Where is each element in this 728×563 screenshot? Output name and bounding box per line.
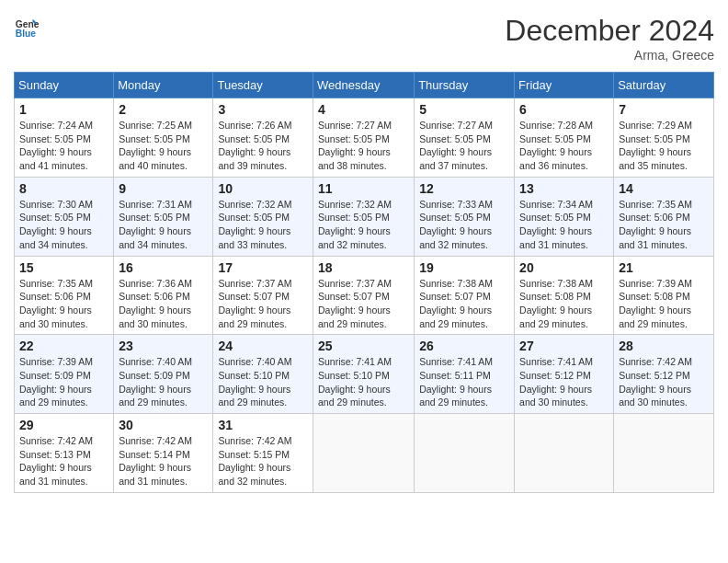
day-number: 8 — [19, 181, 108, 196]
weekday-header-row: Sunday Monday Tuesday Wednesday Thursday… — [15, 73, 714, 98]
day-number: 29 — [19, 418, 108, 432]
day-info: Sunrise: 7:35 AMSunset: 5:06 PMDaylight:… — [619, 199, 692, 250]
day-number: 23 — [119, 339, 208, 353]
day-info: Sunrise: 7:40 AMSunset: 5:10 PMDaylight:… — [218, 356, 291, 408]
table-row: 30 Sunrise: 7:42 AMSunset: 5:14 PMDaylig… — [114, 414, 213, 493]
day-number: 1 — [19, 102, 108, 117]
day-info: Sunrise: 7:24 AMSunset: 5:05 PMDaylight:… — [19, 120, 93, 171]
day-info: Sunrise: 7:39 AMSunset: 5:09 PMDaylight:… — [19, 356, 93, 408]
header-thursday: Thursday — [415, 73, 515, 98]
day-info: Sunrise: 7:42 AMSunset: 5:14 PMDaylight:… — [119, 435, 192, 487]
table-row: 1 Sunrise: 7:24 AMSunset: 5:05 PMDayligh… — [15, 98, 114, 178]
day-info: Sunrise: 7:37 AMSunset: 5:07 PMDaylight:… — [318, 278, 392, 329]
day-number: 27 — [519, 339, 609, 353]
day-number: 19 — [419, 260, 509, 275]
day-number: 30 — [119, 418, 208, 432]
day-info: Sunrise: 7:29 AMSunset: 5:05 PMDaylight:… — [619, 120, 692, 171]
day-number: 10 — [218, 181, 308, 196]
svg-text:Blue: Blue — [16, 29, 37, 39]
header-friday: Friday — [515, 73, 614, 98]
day-number: 7 — [619, 102, 709, 117]
table-row: 2 Sunrise: 7:25 AMSunset: 5:05 PMDayligh… — [114, 98, 213, 178]
day-info: Sunrise: 7:25 AMSunset: 5:05 PMDaylight:… — [119, 120, 192, 171]
day-info: Sunrise: 7:42 AMSunset: 5:15 PMDaylight:… — [218, 435, 291, 487]
day-number: 2 — [119, 102, 208, 117]
day-number: 15 — [19, 260, 108, 275]
day-info: Sunrise: 7:40 AMSunset: 5:09 PMDaylight:… — [119, 356, 192, 408]
day-number: 25 — [318, 339, 409, 353]
day-number: 26 — [419, 339, 509, 353]
table-row: 25 Sunrise: 7:41 AMSunset: 5:10 PMDaylig… — [313, 335, 415, 414]
day-info: Sunrise: 7:35 AMSunset: 5:06 PMDaylight:… — [19, 278, 93, 329]
month-title: December 2024 — [505, 14, 714, 48]
table-row: 24 Sunrise: 7:40 AMSunset: 5:10 PMDaylig… — [213, 335, 313, 414]
day-info: Sunrise: 7:41 AMSunset: 5:12 PMDaylight:… — [519, 356, 593, 408]
day-info: Sunrise: 7:38 AMSunset: 5:08 PMDaylight:… — [519, 278, 593, 329]
day-number: 5 — [419, 102, 509, 117]
table-row: 3 Sunrise: 7:26 AMSunset: 5:05 PMDayligh… — [213, 98, 313, 178]
header-tuesday: Tuesday — [213, 73, 313, 98]
day-info: Sunrise: 7:42 AMSunset: 5:12 PMDaylight:… — [619, 356, 692, 408]
table-row: 5 Sunrise: 7:27 AMSunset: 5:05 PMDayligh… — [415, 98, 515, 178]
day-info: Sunrise: 7:26 AMSunset: 5:05 PMDaylight:… — [218, 120, 291, 171]
day-info: Sunrise: 7:36 AMSunset: 5:06 PMDaylight:… — [119, 278, 192, 329]
main-container: General Blue December 2024 Arma, Greece … — [0, 0, 728, 502]
table-row: 4 Sunrise: 7:27 AMSunset: 5:05 PMDayligh… — [313, 98, 415, 178]
day-info: Sunrise: 7:32 AMSunset: 5:05 PMDaylight:… — [318, 199, 392, 250]
table-row: 29 Sunrise: 7:42 AMSunset: 5:13 PMDaylig… — [15, 414, 114, 493]
table-row: 18 Sunrise: 7:37 AMSunset: 5:07 PMDaylig… — [313, 256, 415, 335]
day-info: Sunrise: 7:33 AMSunset: 5:05 PMDaylight:… — [419, 199, 493, 250]
day-info: Sunrise: 7:37 AMSunset: 5:07 PMDaylight:… — [218, 278, 291, 329]
location: Arma, Greece — [505, 48, 714, 63]
day-info: Sunrise: 7:34 AMSunset: 5:05 PMDaylight:… — [519, 199, 593, 250]
header-sunday: Sunday — [15, 73, 114, 98]
table-row: 22 Sunrise: 7:39 AMSunset: 5:09 PMDaylig… — [15, 335, 114, 414]
day-number: 13 — [519, 181, 609, 196]
day-number: 6 — [519, 102, 609, 117]
table-row: 7 Sunrise: 7:29 AMSunset: 5:05 PMDayligh… — [614, 98, 714, 178]
day-info: Sunrise: 7:38 AMSunset: 5:07 PMDaylight:… — [419, 278, 493, 329]
table-row: 13 Sunrise: 7:34 AMSunset: 5:05 PMDaylig… — [515, 177, 614, 256]
table-row: 14 Sunrise: 7:35 AMSunset: 5:06 PMDaylig… — [614, 177, 714, 256]
table-row: 16 Sunrise: 7:36 AMSunset: 5:06 PMDaylig… — [114, 256, 213, 335]
day-info: Sunrise: 7:41 AMSunset: 5:10 PMDaylight:… — [318, 356, 392, 408]
day-info: Sunrise: 7:32 AMSunset: 5:05 PMDaylight:… — [218, 199, 291, 250]
day-number: 14 — [619, 181, 709, 196]
table-row: 26 Sunrise: 7:41 AMSunset: 5:11 PMDaylig… — [415, 335, 515, 414]
day-number: 3 — [218, 102, 308, 117]
logo: General Blue — [14, 14, 40, 40]
day-info: Sunrise: 7:27 AMSunset: 5:05 PMDaylight:… — [419, 120, 493, 171]
table-row: 31 Sunrise: 7:42 AMSunset: 5:15 PMDaylig… — [213, 414, 313, 493]
day-info: Sunrise: 7:28 AMSunset: 5:05 PMDaylight:… — [519, 120, 593, 171]
table-row: 11 Sunrise: 7:32 AMSunset: 5:05 PMDaylig… — [313, 177, 415, 256]
day-number: 18 — [318, 260, 409, 275]
day-number: 21 — [619, 260, 709, 275]
header-saturday: Saturday — [614, 73, 714, 98]
day-number: 24 — [218, 339, 308, 353]
table-row — [515, 414, 614, 493]
table-row: 17 Sunrise: 7:37 AMSunset: 5:07 PMDaylig… — [213, 256, 313, 335]
day-number: 12 — [419, 181, 509, 196]
day-info: Sunrise: 7:42 AMSunset: 5:13 PMDaylight:… — [19, 435, 93, 487]
day-info: Sunrise: 7:41 AMSunset: 5:11 PMDaylight:… — [419, 356, 493, 408]
table-row — [313, 414, 415, 493]
table-row: 21 Sunrise: 7:39 AMSunset: 5:08 PMDaylig… — [614, 256, 714, 335]
header-monday: Monday — [114, 73, 213, 98]
day-number: 31 — [218, 418, 308, 432]
table-row: 6 Sunrise: 7:28 AMSunset: 5:05 PMDayligh… — [515, 98, 614, 178]
day-number: 17 — [218, 260, 308, 275]
calendar-table: Sunday Monday Tuesday Wednesday Thursday… — [14, 72, 714, 493]
header: General Blue December 2024 Arma, Greece — [14, 14, 714, 63]
table-row: 12 Sunrise: 7:33 AMSunset: 5:05 PMDaylig… — [415, 177, 515, 256]
day-number: 9 — [119, 181, 208, 196]
day-info: Sunrise: 7:27 AMSunset: 5:05 PMDaylight:… — [318, 120, 392, 171]
table-row: 23 Sunrise: 7:40 AMSunset: 5:09 PMDaylig… — [114, 335, 213, 414]
title-block: December 2024 Arma, Greece — [505, 14, 714, 63]
table-row — [415, 414, 515, 493]
day-info: Sunrise: 7:31 AMSunset: 5:05 PMDaylight:… — [119, 199, 192, 250]
logo-icon: General Blue — [14, 14, 40, 40]
table-row: 19 Sunrise: 7:38 AMSunset: 5:07 PMDaylig… — [415, 256, 515, 335]
table-row: 8 Sunrise: 7:30 AMSunset: 5:05 PMDayligh… — [15, 177, 114, 256]
day-number: 4 — [318, 102, 409, 117]
day-number: 28 — [619, 339, 709, 353]
